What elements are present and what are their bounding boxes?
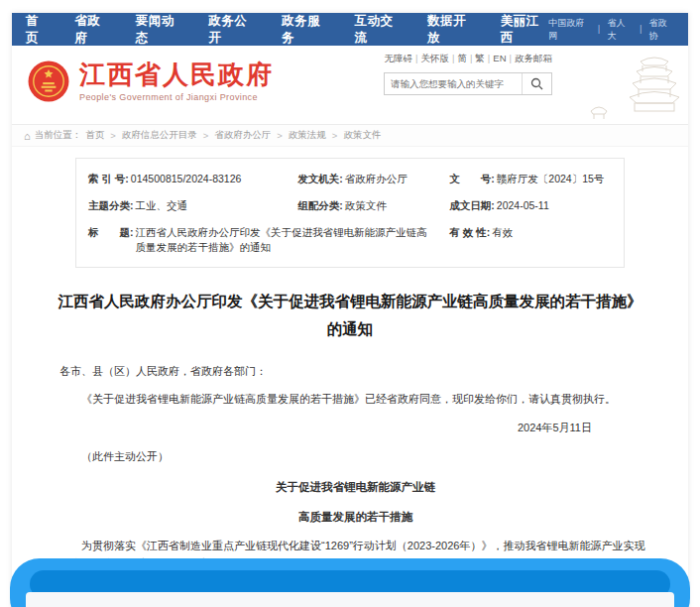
utility-link-simplified[interactable]: 简 — [457, 53, 467, 63]
meta-topic-category: 主题分类: 工业、交通 — [88, 198, 297, 214]
document-content-card: 索 引 号: 014500815/2024-83126 发文机关: 省政府办公厅… — [12, 158, 688, 607]
breadcrumb-home[interactable]: 首页 — [85, 129, 104, 142]
breadcrumb-general-office[interactable]: 省政府办公厅 — [214, 129, 271, 142]
search-box — [384, 72, 552, 95]
meta-issue-date: 成文日期: 2024-05-11 — [449, 198, 612, 214]
meta-label: 文 号: — [449, 172, 495, 187]
nav-menu: 首页 省政府 要闻动态 政务公开 政务服务 互动交流 数据开放 美丽江西 — [26, 13, 548, 47]
utility-link-traditional[interactable]: 繁 — [475, 53, 485, 63]
site-logo[interactable]: 江西省人民政府 People's Government of Jiangxi P… — [28, 61, 274, 102]
masthead: 江西省人民政府 People's Government of Jiangxi P… — [12, 46, 688, 124]
meta-label: 组配分类: — [297, 198, 343, 214]
meta-group-category: 组配分类: 政策文件 — [297, 198, 449, 214]
bottom-overlay-panel — [10, 558, 690, 607]
separator: ｜ — [595, 23, 604, 36]
meta-label: 成文日期: — [449, 198, 495, 214]
meta-value: 赣府厅发〔2024〕15号 — [497, 172, 605, 187]
nav-external-links: 中国政府网 ｜ 省人大 ｜ 省政协 — [548, 17, 674, 43]
nav-item-home[interactable]: 首页 — [26, 13, 50, 47]
meta-label: 有 效 性: — [449, 225, 490, 241]
top-navigation: 首页 省政府 要闻动态 政务公开 政务服务 互动交流 数据开放 美丽江西 中国政… — [12, 13, 688, 46]
home-icon: ⌂ — [24, 130, 31, 142]
article-subtitle-line1: 关于促进我省锂电新能源产业链 — [59, 478, 651, 496]
separator: | — [510, 53, 512, 63]
breadcrumb-info-directory[interactable]: 政府信息公开目录 — [122, 129, 197, 142]
nav-item-provincial-government[interactable]: 省政府 — [74, 13, 110, 47]
meta-label: 标 题: — [88, 225, 134, 241]
site-name-english: People's Government of Jiangxi Province — [79, 92, 274, 102]
search-icon — [530, 77, 543, 90]
meta-value: 政策文件 — [345, 198, 387, 214]
article-date: 2024年5月11日 — [59, 420, 651, 437]
meta-label: 索 引 号: — [88, 172, 129, 187]
meta-document-number: 文 号: 赣府厅发〔2024〕15号 — [449, 172, 612, 187]
site-title-block: 江西省人民政府 People's Government of Jiangxi P… — [79, 61, 274, 102]
utility-link-care-version[interactable]: 关怀版 — [420, 53, 449, 63]
link-provincial-congress[interactable]: 省人大 — [607, 17, 632, 43]
separator: | — [415, 53, 417, 63]
article-subtitle-line2: 高质量发展的若干措施 — [59, 508, 651, 526]
nav-item-beautiful-jiangxi[interactable]: 美丽江西 — [501, 13, 549, 47]
breadcrumb-policy-documents[interactable]: 政策文件 — [343, 129, 381, 142]
utility-link-gov-mailbox[interactable]: 政务邮箱 — [515, 53, 552, 63]
separator: > — [332, 130, 338, 141]
site-window: 首页 省政府 要闻动态 政务公开 政务服务 互动交流 数据开放 美丽江西 中国政… — [12, 13, 688, 607]
utility-links: 无障碍|关怀版|简|繁|EN|政务邮箱 — [364, 53, 552, 65]
document-meta-box: 索 引 号: 014500815/2024-83126 发文机关: 省政府办公厅… — [75, 158, 625, 268]
separator: > — [203, 130, 209, 141]
separator: > — [277, 130, 283, 141]
meta-validity: 有 效 性: 有效 — [449, 225, 612, 257]
header-right: 无障碍|关怀版|简|繁|EN|政务邮箱 — [364, 53, 552, 95]
utility-link-english[interactable]: EN — [493, 53, 506, 63]
search-input[interactable] — [385, 73, 522, 94]
link-cppcc[interactable]: 省政协 — [649, 17, 674, 43]
separator: | — [452, 53, 454, 63]
breadcrumb-label: 当前位置： — [35, 129, 82, 142]
nav-item-news[interactable]: 要闻动态 — [136, 13, 184, 47]
article-paragraph: 《关于促进我省锂电新能源产业链高质量发展的若干措施》已经省政府同意，现印发给你们… — [59, 391, 651, 409]
nav-item-open-data[interactable]: 数据开放 — [427, 13, 476, 47]
meta-issuing-agency: 发文机关: 省政府办公厅 — [297, 172, 449, 187]
nav-item-interaction[interactable]: 互动交流 — [355, 13, 404, 47]
breadcrumb-policies-regulations[interactable]: 政策法规 — [289, 129, 326, 142]
breadcrumb: ⌂ 当前位置： 首页 > 政府信息公开目录 > 省政府办公厅 > 政策法规 > … — [12, 124, 688, 147]
separator: | — [488, 53, 490, 63]
article-salutation: 各市、县（区）人民政府，省政府各部门： — [59, 363, 651, 381]
meta-label: 主题分类: — [88, 198, 134, 214]
pavilion-sketch-icon — [583, 50, 686, 123]
search-button[interactable] — [522, 73, 551, 94]
meta-value: 2024-05-11 — [497, 198, 549, 214]
utility-link-accessibility[interactable]: 无障碍 — [384, 53, 412, 63]
meta-value: 江西省人民政府办公厅印发《关于促进我省锂电新能源产业链高质量发展的若干措施》的通… — [136, 225, 432, 257]
meta-value: 工业、交通 — [136, 198, 188, 214]
link-china-gov[interactable]: 中国政府网 — [548, 17, 590, 43]
separator: ｜ — [637, 23, 645, 36]
meta-value: 有效 — [492, 225, 513, 241]
page-title: 江西省人民政府办公厅印发《关于促进我省锂电新能源产业链高质量发展的若干措施》的通… — [54, 288, 646, 343]
site-name: 江西省人民政府 — [79, 61, 274, 89]
meta-value: 省政府办公厅 — [345, 172, 408, 187]
nav-item-gov-disclosure[interactable]: 政务公开 — [208, 13, 257, 47]
meta-document-title: 标 题: 江西省人民政府办公厅印发《关于促进我省锂电新能源产业链高质量发展的若干… — [88, 225, 449, 257]
nav-item-gov-services[interactable]: 政务服务 — [282, 13, 330, 47]
meta-index-number: 索 引 号: 014500815/2024-83126 — [88, 172, 297, 187]
bottom-overlay-sheet — [26, 592, 674, 607]
meta-grid: 索 引 号: 014500815/2024-83126 发文机关: 省政府办公厅… — [88, 172, 612, 256]
separator: | — [470, 53, 472, 63]
separator: > — [110, 130, 116, 141]
article-disclosure-note: （此件主动公开） — [81, 448, 651, 466]
meta-label: 发文机关: — [297, 172, 343, 187]
meta-value: 014500815/2024-83126 — [131, 172, 242, 187]
national-emblem-icon — [28, 61, 69, 102]
